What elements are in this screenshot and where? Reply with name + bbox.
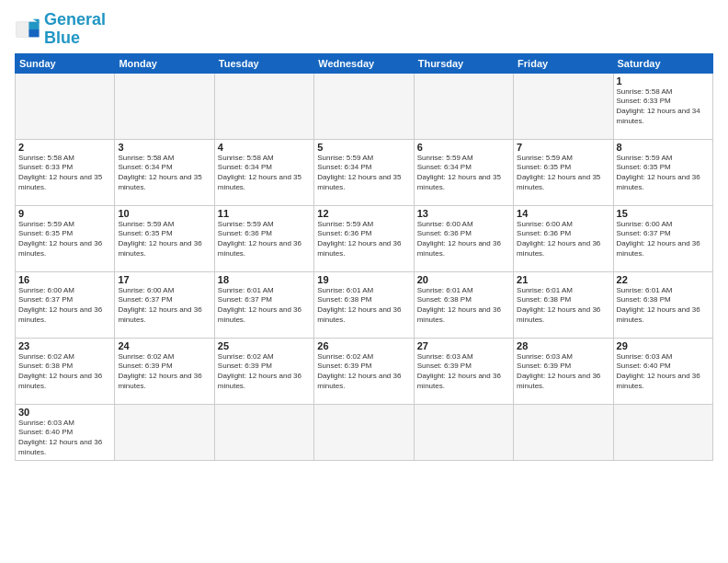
calendar-cell <box>414 404 513 460</box>
day-number: 15 <box>617 208 710 219</box>
day-info: Sunrise: 6:00 AMSunset: 6:37 PMDaylight:… <box>118 286 210 326</box>
calendar-cell <box>314 73 414 139</box>
day-number: 7 <box>517 142 609 153</box>
calendar-week-row: 23Sunrise: 6:02 AMSunset: 6:38 PMDayligh… <box>16 338 713 404</box>
logo-text-block: GeneralBlue <box>44 11 106 48</box>
day-info: Sunrise: 6:03 AMSunset: 6:40 PMDaylight:… <box>617 352 710 392</box>
calendar-cell: 19Sunrise: 6:01 AMSunset: 6:38 PMDayligh… <box>314 271 414 338</box>
calendar-cell: 22Sunrise: 6:01 AMSunset: 6:38 PMDayligh… <box>613 271 712 338</box>
calendar-table: SundayMondayTuesdayWednesdayThursdayFrid… <box>15 53 713 461</box>
calendar-cell: 12Sunrise: 5:59 AMSunset: 6:36 PMDayligh… <box>314 205 414 271</box>
weekday-header-sunday: Sunday <box>16 53 115 73</box>
day-info: Sunrise: 5:59 AMSunset: 6:35 PMDaylight:… <box>517 154 609 193</box>
day-info: Sunrise: 5:58 AMSunset: 6:34 PMDaylight:… <box>118 154 210 193</box>
day-info: Sunrise: 6:03 AMSunset: 6:39 PMDaylight:… <box>417 352 510 392</box>
day-number: 26 <box>317 340 410 351</box>
day-info: Sunrise: 6:02 AMSunset: 6:39 PMDaylight:… <box>218 352 311 392</box>
calendar-cell: 9Sunrise: 5:59 AMSunset: 6:35 PMDaylight… <box>16 205 115 271</box>
day-number: 1 <box>617 75 710 86</box>
day-info: Sunrise: 6:02 AMSunset: 6:39 PMDaylight:… <box>118 352 210 392</box>
calendar-cell: 4Sunrise: 5:58 AMSunset: 6:34 PMDaylight… <box>214 139 313 205</box>
calendar-week-row: 2Sunrise: 5:58 AMSunset: 6:33 PMDaylight… <box>16 139 713 205</box>
day-info: Sunrise: 5:59 AMSunset: 6:35 PMDaylight:… <box>18 220 111 259</box>
day-info: Sunrise: 5:59 AMSunset: 6:36 PMDaylight:… <box>317 220 410 259</box>
weekday-header-wednesday: Wednesday <box>314 53 414 73</box>
weekday-header-monday: Monday <box>115 53 214 73</box>
day-number: 13 <box>417 208 510 219</box>
day-info: Sunrise: 6:01 AMSunset: 6:38 PMDaylight:… <box>617 286 710 326</box>
calendar-cell <box>314 404 414 460</box>
day-number: 5 <box>317 142 410 153</box>
svg-marker-1 <box>28 21 39 29</box>
day-number: 6 <box>417 142 510 153</box>
day-info: Sunrise: 5:58 AMSunset: 6:34 PMDaylight:… <box>218 154 311 193</box>
day-info: Sunrise: 6:00 AMSunset: 6:37 PMDaylight:… <box>617 220 710 259</box>
calendar-cell: 3Sunrise: 5:58 AMSunset: 6:34 PMDaylight… <box>115 139 214 205</box>
day-info: Sunrise: 5:59 AMSunset: 6:36 PMDaylight:… <box>218 220 311 259</box>
day-info: Sunrise: 5:58 AMSunset: 6:33 PMDaylight:… <box>617 87 710 127</box>
calendar-cell: 18Sunrise: 6:01 AMSunset: 6:37 PMDayligh… <box>214 271 313 338</box>
weekday-header-row: SundayMondayTuesdayWednesdayThursdayFrid… <box>16 53 713 73</box>
svg-marker-2 <box>28 29 39 37</box>
day-info: Sunrise: 6:01 AMSunset: 6:38 PMDaylight:… <box>317 286 410 326</box>
calendar-cell: 24Sunrise: 6:02 AMSunset: 6:39 PMDayligh… <box>115 338 214 404</box>
day-number: 3 <box>118 142 210 153</box>
header: GeneralBlue <box>15 11 713 48</box>
weekday-header-friday: Friday <box>514 53 613 73</box>
calendar-page: GeneralBlue SundayMondayTuesdayWednesday… <box>0 0 728 563</box>
calendar-cell: 29Sunrise: 6:03 AMSunset: 6:40 PMDayligh… <box>613 338 712 404</box>
weekday-header-tuesday: Tuesday <box>214 53 313 73</box>
calendar-cell: 11Sunrise: 5:59 AMSunset: 6:36 PMDayligh… <box>214 205 313 271</box>
day-number: 25 <box>218 340 311 351</box>
day-number: 4 <box>218 142 311 153</box>
calendar-cell: 15Sunrise: 6:00 AMSunset: 6:37 PMDayligh… <box>613 205 712 271</box>
day-number: 30 <box>18 407 111 418</box>
day-info: Sunrise: 6:03 AMSunset: 6:40 PMDaylight:… <box>18 419 111 458</box>
day-number: 14 <box>517 208 609 219</box>
day-info: Sunrise: 6:02 AMSunset: 6:39 PMDaylight:… <box>317 352 410 392</box>
day-number: 20 <box>417 274 510 285</box>
day-info: Sunrise: 5:59 AMSunset: 6:35 PMDaylight:… <box>118 220 210 259</box>
calendar-cell: 14Sunrise: 6:00 AMSunset: 6:36 PMDayligh… <box>514 205 613 271</box>
day-info: Sunrise: 5:59 AMSunset: 6:34 PMDaylight:… <box>417 154 510 193</box>
calendar-cell: 20Sunrise: 6:01 AMSunset: 6:38 PMDayligh… <box>414 271 513 338</box>
calendar-cell <box>514 404 613 460</box>
calendar-cell: 21Sunrise: 6:01 AMSunset: 6:38 PMDayligh… <box>514 271 613 338</box>
day-number: 11 <box>218 208 311 219</box>
calendar-cell <box>115 404 214 460</box>
day-info: Sunrise: 5:59 AMSunset: 6:34 PMDaylight:… <box>317 154 410 193</box>
day-number: 22 <box>617 274 710 285</box>
day-number: 12 <box>317 208 410 219</box>
day-info: Sunrise: 6:00 AMSunset: 6:37 PMDaylight:… <box>18 286 111 326</box>
calendar-cell: 27Sunrise: 6:03 AMSunset: 6:39 PMDayligh… <box>414 338 513 404</box>
calendar-cell: 10Sunrise: 5:59 AMSunset: 6:35 PMDayligh… <box>115 205 214 271</box>
calendar-cell: 30Sunrise: 6:03 AMSunset: 6:40 PMDayligh… <box>16 404 115 460</box>
day-number: 27 <box>417 340 510 351</box>
day-number: 8 <box>617 142 710 153</box>
generalblue-logo-icon <box>15 17 40 42</box>
calendar-cell: 5Sunrise: 5:59 AMSunset: 6:34 PMDaylight… <box>314 139 414 205</box>
calendar-week-row: 30Sunrise: 6:03 AMSunset: 6:40 PMDayligh… <box>16 404 713 460</box>
day-info: Sunrise: 6:03 AMSunset: 6:39 PMDaylight:… <box>517 352 609 392</box>
logo: GeneralBlue <box>15 11 106 48</box>
calendar-cell: 6Sunrise: 5:59 AMSunset: 6:34 PMDaylight… <box>414 139 513 205</box>
calendar-cell: 25Sunrise: 6:02 AMSunset: 6:39 PMDayligh… <box>214 338 313 404</box>
calendar-cell <box>115 73 214 139</box>
day-number: 16 <box>18 274 111 285</box>
calendar-cell: 23Sunrise: 6:02 AMSunset: 6:38 PMDayligh… <box>16 338 115 404</box>
day-number: 23 <box>18 340 111 351</box>
svg-rect-0 <box>16 21 28 37</box>
calendar-cell: 1Sunrise: 5:58 AMSunset: 6:33 PMDaylight… <box>613 73 712 139</box>
calendar-week-row: 16Sunrise: 6:00 AMSunset: 6:37 PMDayligh… <box>16 271 713 338</box>
day-info: Sunrise: 5:59 AMSunset: 6:35 PMDaylight:… <box>617 154 710 193</box>
calendar-cell <box>16 73 115 139</box>
calendar-cell <box>414 73 513 139</box>
day-info: Sunrise: 6:01 AMSunset: 6:38 PMDaylight:… <box>517 286 609 326</box>
calendar-cell <box>214 404 313 460</box>
day-number: 28 <box>517 340 609 351</box>
calendar-week-row: 1Sunrise: 5:58 AMSunset: 6:33 PMDaylight… <box>16 73 713 139</box>
day-number: 10 <box>118 208 210 219</box>
day-number: 24 <box>118 340 210 351</box>
calendar-cell: 28Sunrise: 6:03 AMSunset: 6:39 PMDayligh… <box>514 338 613 404</box>
calendar-cell <box>613 404 712 460</box>
